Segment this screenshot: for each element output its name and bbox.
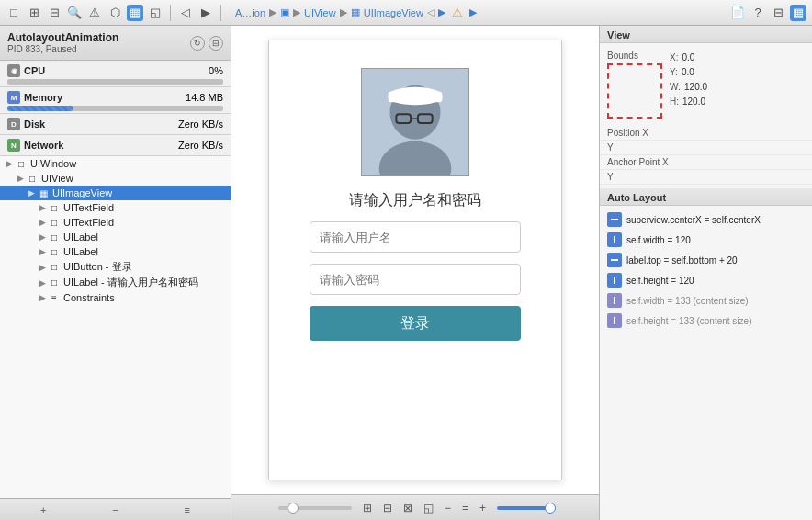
toolbar-hex[interactable]: ⬡ [107,5,123,21]
anchor-y-row: Y [600,170,812,185]
tree-item-uitextfield-1[interactable]: ▶ □ UITextField [0,200,231,215]
network-icon: N [7,139,20,152]
svg-rect-11 [614,277,615,284]
anchor-x-row: Anchor Point X [600,155,812,170]
breadcrumb-2[interactable]: ▣ [280,6,289,18]
memory-progress [7,106,223,111]
tree-item-constraints[interactable]: ▶ ≡ Constraints [0,290,231,305]
constraint-text-1: superview.centerX = self.centerX [626,215,761,225]
breadcrumb-1[interactable]: A…ion [235,7,265,18]
breadcrumb-warning[interactable]: ⚠ [449,5,466,21]
disk-metric: D Disk Zero KB/s [0,114,231,135]
tree-item-uiimageview[interactable]: ▶ ▦ UIImageView [0,186,231,200]
breadcrumb-uiimageview-icon: ▦ [351,6,360,18]
tree-item-uilabel-1[interactable]: ▶ □ UILabel [0,230,231,244]
tree-item-uiwindow[interactable]: ▶ □ UIWindow [0,156,231,171]
toolbar-forward[interactable]: ▶ [197,5,214,21]
bounds-label: Bounds [607,51,662,61]
toolbar-search[interactable]: 🔍 [66,5,83,21]
username-input[interactable] [310,221,521,253]
cpu-value: 0% [209,65,223,76]
toolbar-grid[interactable]: ▦ [127,5,143,21]
y-value: 0.0 [682,67,694,77]
constraint-6[interactable]: self.height = 133 (content size) [600,311,812,331]
breadcrumb-arrow-2: ▶ [293,6,300,18]
tree-icon: □ [26,172,39,185]
zoom-minus[interactable]: − [445,502,451,514]
memory-metric: M Memory 14.8 MB [0,87,231,114]
cpu-icon: ◉ [7,64,20,77]
tree-label: UILabel - 请输入用户名和密码 [63,276,198,289]
toolbar-split[interactable]: ⊟ [770,5,786,21]
toolbar-inspector[interactable]: ▦ [790,5,806,21]
zoom-slider-left[interactable] [278,506,352,510]
tree-arrow: ▶ [37,293,48,302]
breadcrumb-uiimageview[interactable]: UIImageView [364,7,423,18]
tree-label: UITextField [63,202,114,213]
constraint-4[interactable]: self.height = 120 [600,270,812,290]
tree-item-uilabel-2[interactable]: ▶ □ UILabel [0,244,231,259]
constraint-3[interactable]: label.top = self.bottom + 20 [600,250,812,270]
w-value: 120.0 [684,82,707,92]
tree-icon: □ [48,277,61,289]
bottom-minus[interactable]: − [112,504,118,515]
login-button[interactable]: 登录 [310,306,521,341]
layout-icon-3[interactable]: ⊠ [403,502,412,514]
bottom-add[interactable]: + [40,504,46,515]
position-x-row: Position X [600,126,812,141]
layout-icon-1[interactable]: ⊞ [363,502,372,514]
toolbar-btn-1[interactable]: □ [6,5,22,21]
position-y-label: Y [607,142,681,153]
tree-label: UITextField [63,217,114,228]
toolbar-doc[interactable]: 📄 [729,5,746,21]
tree-label: UILabel [63,246,98,257]
anchor-x-label: Anchor Point X [607,157,681,167]
svg-rect-8 [611,219,618,220]
zoom-slider-right[interactable] [497,506,552,510]
main-layout: AutolayoutAnimation PID 833, Paused ↻ ⊟ … [0,26,812,520]
tree-item-uiview[interactable]: ▶ □ UIView [0,171,231,186]
network-label: Network [24,140,63,151]
center-panel: 请输入用户名和密码 登录 ⊞ ⊟ ⊠ ◱ − = + [231,26,599,520]
tree-arrow: ▶ [37,263,48,272]
constraint-icon-1 [607,212,622,227]
tree-label: UIView [41,173,73,184]
toolbar-btn-3[interactable]: ⊟ [46,5,62,21]
tree-item-uibutton[interactable]: ▶ □ UIButton - 登录 [0,259,231,275]
tree-item-uitextfield-2[interactable]: ▶ □ UITextField [0,215,231,230]
zoom-plus[interactable]: + [479,502,486,514]
memory-value: 14.8 MB [186,92,223,103]
toolbar-question[interactable]: ? [750,5,766,21]
constraint-2[interactable]: self.width = 120 [600,230,812,250]
refresh-icon[interactable]: ↻ [190,36,205,51]
zoom-equals[interactable]: = [462,502,468,514]
autolayout-title: Auto Layout [600,188,812,206]
constraint-1[interactable]: superview.centerX = self.centerX [600,209,812,230]
constraint-icon-2 [607,232,622,247]
breadcrumb-uiview[interactable]: UIView [304,7,336,18]
toolbar-btn-2[interactable]: ⊞ [26,5,42,21]
svg-rect-12 [614,297,615,304]
bottom-filter[interactable]: ≡ [185,504,190,515]
constraint-text-2: self.width = 120 [626,235,691,245]
tree-item-uilabel-long[interactable]: ▶ □ UILabel - 请输入用户名和密码 [0,275,231,290]
disk-label: Disk [24,119,45,130]
toolbar-warning[interactable]: ⚠ [86,5,103,21]
toolbar-back[interactable]: ◁ [177,5,194,21]
y-label: Y: [670,67,678,77]
network-value: Zero KB/s [178,140,223,151]
password-input[interactable] [310,264,521,295]
constraint-5[interactable]: self.width = 133 (content size) [600,290,812,311]
layout-icon-4[interactable]: ◱ [423,502,434,514]
tree-view: ▶ □ UIWindow ▶ □ UIView ▶ ▦ UIImageView … [0,156,231,498]
layout-icon-2[interactable]: ⊟ [383,502,392,514]
bounds-area: Bounds X:0.0 Y:0.0 W:120.0 H:120.0 [600,43,812,126]
memory-fill [7,106,73,111]
split-icon[interactable]: ⊟ [209,36,223,51]
toolbar-layout[interactable]: ◱ [147,5,164,21]
breadcrumb-right[interactable]: ▶ [438,6,445,18]
breadcrumb-end[interactable]: ▶ [469,6,477,18]
constraint-text-5: self.width = 133 (content size) [626,296,749,306]
app-pid: PID 833, Paused [7,44,118,54]
avatar-svg [362,69,468,175]
